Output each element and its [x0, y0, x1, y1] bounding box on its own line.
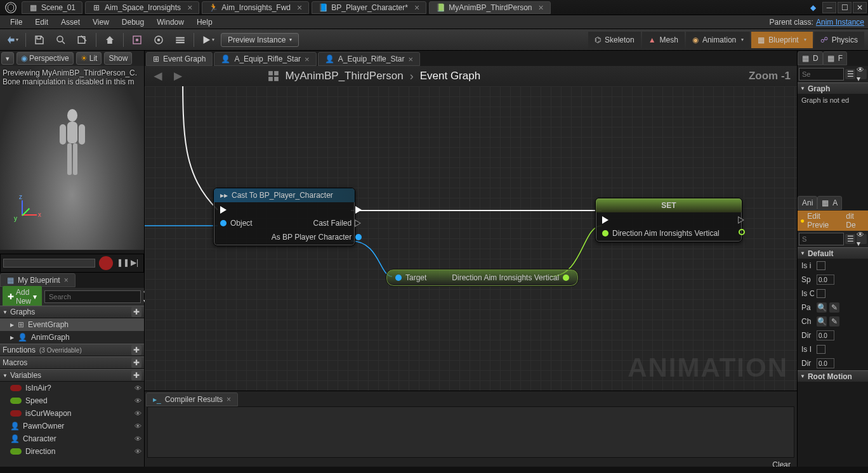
var-character[interactable]: 👤Character👁: [0, 432, 144, 445]
time-slider[interactable]: [3, 259, 95, 268]
eye-icon[interactable]: 👁: [135, 397, 141, 405]
mode-blueprint[interactable]: ▦Blueprint▾: [751, 32, 812, 48]
close-icon[interactable]: ×: [305, 55, 310, 64]
close-button[interactable]: ✕: [853, 2, 867, 13]
browse-button[interactable]: [53, 32, 69, 48]
output-pin[interactable]: Direction Aim Ironsights Vertical: [452, 273, 569, 282]
var-isinair[interactable]: IsInAir?👁: [0, 382, 144, 394]
nav-forward-button[interactable]: ►: [171, 68, 185, 84]
add-new-button[interactable]: ✚ Add New ▾: [3, 286, 42, 308]
graph-canvas[interactable]: ANIMATION ▸▸Cast To BP_Player_Character: [145, 86, 797, 391]
eye-icon[interactable]: 👁: [135, 422, 141, 430]
tree-eventgraph[interactable]: ▸⊞EventGraph: [0, 318, 144, 331]
hide-unrelated-button[interactable]: [172, 32, 188, 48]
add-macro-button[interactable]: ✚: [131, 358, 141, 368]
checkbox[interactable]: [817, 345, 825, 354]
picker-icon[interactable]: ✎: [829, 302, 839, 313]
var-pawnowner[interactable]: 👤PawnOwner👁: [0, 420, 144, 432]
var-direction[interactable]: Direction👁: [0, 445, 144, 458]
title-tab-animbp[interactable]: 📗MyAnimBP_ThirdPerson×: [429, 1, 551, 14]
close-icon[interactable]: ×: [539, 3, 544, 13]
close-icon[interactable]: ×: [64, 276, 69, 285]
tab-asset[interactable]: ▦A: [817, 196, 842, 210]
list-view-icon[interactable]: ☰: [845, 234, 855, 244]
eye-icon[interactable]: 👁▾: [857, 234, 867, 244]
picker-icon[interactable]: ✎: [829, 316, 839, 327]
close-icon[interactable]: ×: [227, 395, 231, 404]
compile-button[interactable]: ▾: [4, 32, 20, 48]
cast-failed-pin[interactable]: Cast Failed: [313, 219, 362, 228]
cat-macros[interactable]: Macros✚: [0, 356, 144, 369]
exec-in-pin[interactable]: [602, 216, 720, 224]
add-variable-button[interactable]: ✚: [131, 370, 141, 380]
mybp-search-input[interactable]: [44, 290, 141, 303]
as-char-pin[interactable]: As BP Player Character: [272, 233, 362, 242]
gtab-equip2[interactable]: 👤A_Equip_Rifle_Star×: [318, 52, 420, 66]
section-default[interactable]: ▼Default: [798, 247, 868, 259]
vp-perspective[interactable]: ◉Perspective: [16, 52, 74, 65]
var-out-pin[interactable]: [739, 229, 745, 235]
pause-button[interactable]: ❚❚: [117, 258, 127, 268]
checkbox[interactable]: [817, 289, 825, 298]
gtab-equip1[interactable]: 👤A_Equip_Rifle_Star×: [214, 52, 316, 66]
tab-find-1[interactable]: ▦F: [823, 51, 847, 65]
section-rootmotion[interactable]: ▼Root Motion: [798, 370, 868, 382]
search-icon[interactable]: 🔍: [817, 316, 827, 327]
title-tab-bpplayer[interactable]: 📘BP_Player_Character*×: [312, 1, 426, 14]
preview-instance-dropdown[interactable]: Preview Instance▾: [221, 33, 299, 47]
menu-asset[interactable]: Asset: [55, 16, 86, 28]
search-input-2[interactable]: [799, 233, 844, 245]
var-iscurweapon[interactable]: isCurWeapon👁: [0, 407, 144, 420]
close-icon[interactable]: ×: [414, 3, 419, 13]
maximize-button[interactable]: ☐: [838, 2, 852, 13]
tree-animgraph[interactable]: ▸👤AnimGraph: [0, 331, 144, 344]
var-in-pin[interactable]: Direction Aim Ironsights Vertical: [602, 229, 720, 238]
eye-icon[interactable]: 👁: [135, 384, 141, 392]
exec-out-pin[interactable]: [739, 216, 745, 224]
node-get-direction[interactable]: Target Direction Aim Ironsights Vertical: [386, 269, 579, 287]
add-graph-button[interactable]: ✚: [131, 307, 141, 317]
eye-icon[interactable]: 👁: [135, 410, 141, 417]
checkbox[interactable]: [817, 261, 825, 270]
vp-options[interactable]: ▾: [1, 52, 14, 65]
menu-debug[interactable]: Debug: [115, 16, 150, 28]
tab-anim[interactable]: Ani: [798, 196, 817, 210]
mode-mesh[interactable]: ▲Mesh: [642, 32, 685, 48]
list-view-icon[interactable]: ☰: [845, 69, 855, 79]
anim-preview-viewport[interactable]: Previewing MyAnimBP_ThirdPerson_C. Bone …: [0, 66, 144, 250]
section-graph[interactable]: ▼Graph: [798, 82, 868, 94]
search-input-1[interactable]: [799, 68, 844, 81]
parent-class-link[interactable]: Anim Instance: [816, 18, 864, 27]
target-pin[interactable]: Target: [395, 273, 426, 282]
class-settings-button[interactable]: [129, 32, 145, 48]
class-defaults-button[interactable]: [150, 32, 167, 48]
tab-details-1[interactable]: ▦D: [798, 51, 823, 65]
home-button[interactable]: [102, 32, 118, 48]
eye-icon[interactable]: 👁: [135, 435, 141, 443]
title-tab-aimfwd[interactable]: 🏃Aim_Ironsights_Fwd×: [202, 1, 309, 14]
breadcrumb-leaf[interactable]: Event Graph: [420, 70, 480, 82]
number-input[interactable]: 0.0: [817, 330, 834, 340]
tab-compiler-results[interactable]: ▸_Compiler Results×: [146, 392, 238, 406]
save-button[interactable]: [31, 32, 48, 48]
exec-out-pin[interactable]: [355, 206, 362, 214]
find-button[interactable]: [74, 32, 91, 48]
cat-graphs[interactable]: ▼Graphs✚: [0, 306, 144, 318]
close-icon[interactable]: ×: [187, 3, 192, 13]
add-function-button[interactable]: ✚: [131, 345, 141, 355]
number-input[interactable]: 0.0: [817, 358, 834, 368]
cat-functions[interactable]: Functions(3 Overridable)✚: [0, 344, 144, 356]
breadcrumb-main[interactable]: MyAnimBP_ThirdPerson: [286, 70, 404, 82]
menu-file[interactable]: File: [4, 16, 29, 28]
var-speed[interactable]: Speed👁: [0, 394, 144, 407]
mode-physics[interactable]: ☍Physics: [814, 32, 864, 48]
menu-help[interactable]: Help: [190, 16, 219, 28]
vp-show[interactable]: Show: [104, 52, 132, 65]
gtab-eventgraph[interactable]: ⊞Event Graph: [146, 52, 213, 66]
menu-edit[interactable]: Edit: [29, 16, 55, 28]
title-tab-scene[interactable]: ▦Scene_01: [22, 1, 82, 14]
search-icon[interactable]: 🔍: [817, 302, 827, 313]
nav-back-button[interactable]: ◄: [151, 68, 165, 84]
menu-view[interactable]: View: [86, 16, 115, 28]
step-button[interactable]: ▶|: [131, 258, 141, 268]
